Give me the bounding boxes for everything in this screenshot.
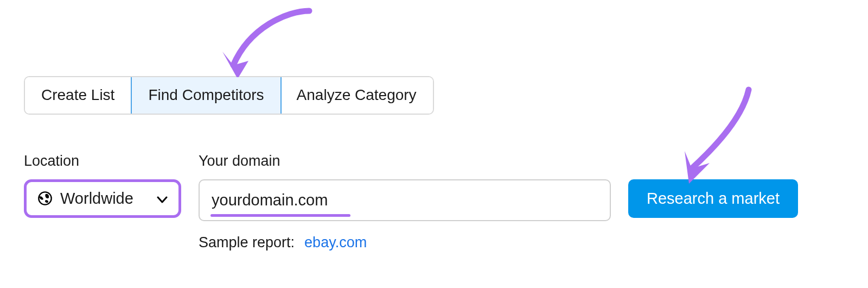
sample-report-label: Sample report: (199, 234, 295, 251)
location-value: Worldwide (60, 191, 133, 206)
submit-column: . Research a market (628, 153, 798, 218)
research-market-button[interactable]: Research a market (628, 179, 798, 218)
tab-create-list[interactable]: Create List (25, 77, 132, 114)
tab-find-competitors[interactable]: Find Competitors (131, 76, 281, 115)
location-label: Location (24, 153, 181, 170)
annotation-arrow-tab (212, 5, 320, 87)
domain-column: Your domain Sample report: ebay.com (199, 153, 611, 251)
domain-input[interactable] (199, 179, 611, 221)
sample-report-link[interactable]: ebay.com (304, 234, 367, 251)
globe-icon (37, 191, 53, 206)
location-select[interactable]: Worldwide (24, 179, 181, 218)
tab-analyze-category[interactable]: Analyze Category (280, 77, 433, 114)
search-form: Location Worldwide (24, 153, 844, 251)
tab-group: Create List Find Competitors Analyze Cat… (24, 76, 434, 115)
domain-label: Your domain (199, 153, 611, 170)
location-column: Location Worldwide (24, 153, 181, 218)
chevron-down-icon (157, 191, 168, 206)
sample-report-row: Sample report: ebay.com (199, 234, 611, 251)
